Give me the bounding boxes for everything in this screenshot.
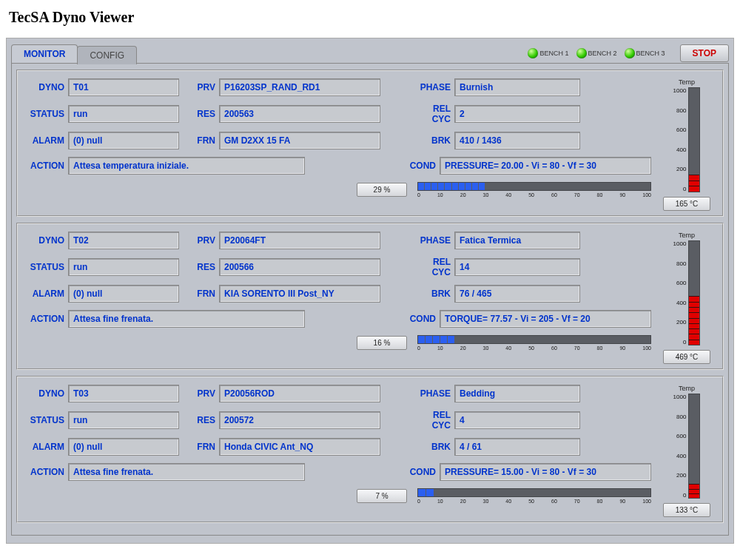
bench-indicators: BENCH 1 BENCH 2 BENCH 3 — [528, 48, 665, 58]
progress-bar-ticks: 0102030405060708090100 — [417, 192, 651, 198]
relcyc-value: 4 — [454, 411, 580, 429]
content-area: DYNO T01 PRV P16203SP_RAND_RD1 PHASE Bur… — [11, 63, 729, 536]
thermometer: 10008006004002000 — [673, 394, 701, 499]
alarm-value: (0) null — [68, 132, 179, 149]
dyno-value: T02 — [68, 232, 179, 249]
prv-value: P20064FT — [219, 232, 380, 249]
main-window: MONITOR CONFIG BENCH 1 BENCH 2 BENCH 3 S… — [6, 38, 734, 544]
frn-value: Honda CIVIC Ant_NQ — [219, 438, 380, 456]
progress-bar-fill — [418, 183, 485, 190]
dyno-label: DYNO — [24, 388, 68, 399]
cond-label: COND — [407, 161, 440, 171]
res-value: 200563 — [219, 105, 380, 123]
bench-indicator-label: BENCH 3 — [636, 50, 665, 57]
tab-config[interactable]: CONFIG — [77, 46, 137, 64]
percent-readout: 29 % — [357, 183, 407, 197]
temp-readout: 165 °C — [663, 197, 710, 211]
prv-label: PRV — [194, 388, 219, 399]
relcyc-label: REL CYC — [413, 104, 454, 124]
phase-value: Fatica Termica — [454, 232, 580, 249]
phase-value: Burnish — [454, 78, 580, 96]
bench-panel: DYNO T01 PRV P16203SP_RAND_RD1 PHASE Bur… — [16, 70, 724, 217]
cond-label: COND — [407, 314, 440, 324]
status-label: STATUS — [24, 415, 68, 425]
temp-label: Temp — [679, 385, 695, 392]
thermometer-scale: 10008006004002000 — [673, 394, 687, 499]
relcyc-label: REL CYC — [413, 410, 454, 431]
phase-label: PHASE — [413, 388, 454, 399]
dyno-label: DYNO — [24, 235, 68, 246]
frn-value: KIA SORENTO III Post_NY — [219, 285, 380, 303]
cond-value: PRESSURE= 20.00 - Vi = 80 - Vf = 30 — [440, 157, 651, 175]
tab-strip: MONITOR CONFIG — [11, 44, 528, 63]
relcyc-label: REL CYC — [413, 257, 454, 277]
alarm-value: (0) null — [68, 438, 179, 456]
status-label: STATUS — [24, 109, 68, 119]
bench-indicator-label: BENCH 1 — [539, 50, 568, 57]
bench-indicator-label: BENCH 2 — [588, 50, 617, 57]
action-value: Attesa temperatura iniziale. — [68, 157, 305, 175]
progress-bar-fill — [418, 489, 434, 496]
bench-indicator-3: BENCH 3 — [625, 48, 665, 58]
temp-readout: 469 °C — [663, 350, 710, 364]
thermometer: 10008006004002000 — [673, 87, 701, 192]
relcyc-value: 2 — [454, 105, 580, 123]
alarm-label: ALARM — [24, 135, 68, 146]
action-label: ACTION — [24, 314, 68, 324]
bench-indicator-2: BENCH 2 — [576, 48, 617, 58]
prv-value: P16203SP_RAND_RD1 — [219, 78, 380, 96]
frn-label: FRN — [194, 135, 219, 146]
app-title: TecSA Dyno Viewer — [9, 9, 734, 26]
status-value: run — [68, 411, 179, 429]
led-icon — [625, 48, 635, 58]
alarm-value: (0) null — [68, 285, 179, 303]
action-label: ACTION — [24, 467, 68, 477]
cond-label: COND — [407, 467, 440, 477]
thermometer-fill — [689, 175, 699, 192]
progress-bar: 0102030405060708090100 — [417, 335, 651, 351]
thermometer-scale: 10008006004002000 — [673, 240, 687, 345]
status-label: STATUS — [24, 262, 68, 272]
dyno-label: DYNO — [24, 82, 68, 92]
dyno-value: T03 — [68, 385, 179, 402]
thermometer: 10008006004002000 — [673, 240, 701, 345]
alarm-label: ALARM — [24, 289, 68, 299]
brk-value: 4 / 61 — [454, 438, 580, 456]
tab-monitor[interactable]: MONITOR — [11, 44, 78, 63]
relcyc-value: 14 — [454, 258, 580, 276]
bench-panel: DYNO T02 PRV P20064FT PHASE Fatica Termi… — [16, 223, 724, 370]
bench-indicator-1: BENCH 1 — [528, 48, 568, 58]
cond-value: TORQUE= 77.57 - Vi = 205 - Vf = 20 — [440, 310, 651, 328]
res-value: 200566 — [219, 258, 380, 276]
led-icon — [576, 48, 587, 58]
thermometer-fill — [689, 484, 699, 498]
frn-label: FRN — [194, 289, 219, 299]
temp-readout: 133 °C — [663, 503, 710, 517]
phase-value: Bedding — [454, 385, 580, 402]
percent-readout: 16 % — [357, 336, 407, 350]
res-label: RES — [194, 415, 219, 425]
thermometer-fill — [689, 296, 699, 345]
brk-value: 76 / 465 — [454, 285, 580, 303]
stop-button[interactable]: STOP — [680, 44, 729, 62]
led-icon — [528, 48, 538, 58]
phase-label: PHASE — [413, 82, 454, 92]
temp-label: Temp — [679, 78, 695, 86]
frn-value: GM D2XX 15 FA — [219, 132, 380, 149]
progress-bar: 0102030405060708090100 — [417, 488, 651, 504]
percent-readout: 7 % — [357, 489, 407, 503]
top-bar: MONITOR CONFIG BENCH 1 BENCH 2 BENCH 3 S… — [11, 43, 729, 64]
alarm-label: ALARM — [24, 442, 68, 452]
dyno-value: T01 — [68, 78, 179, 96]
frn-label: FRN — [194, 442, 219, 452]
progress-bar-fill — [418, 336, 455, 343]
action-value: Attesa fine frenata. — [68, 463, 305, 481]
thermometer-scale: 10008006004002000 — [673, 87, 687, 192]
progress-bar-ticks: 0102030405060708090100 — [417, 345, 651, 351]
cond-value: PRESSURE= 15.00 - Vi = 80 - Vf = 30 — [440, 463, 651, 481]
bench-panel: DYNO T03 PRV P20056ROD PHASE Bedding STA… — [16, 376, 724, 523]
prv-label: PRV — [194, 235, 219, 246]
res-label: RES — [194, 109, 219, 119]
action-label: ACTION — [24, 161, 68, 171]
prv-value: P20056ROD — [219, 385, 380, 402]
